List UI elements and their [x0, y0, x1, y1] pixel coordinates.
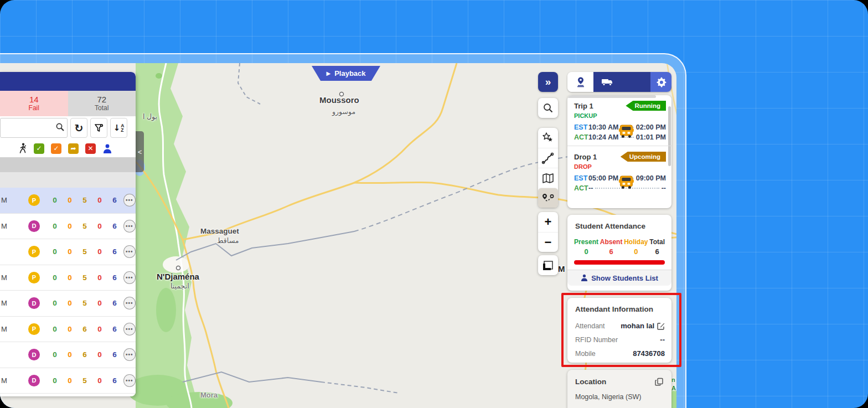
panel-collapse-handle[interactable]: <: [136, 131, 144, 172]
playback-label: Playback: [334, 69, 365, 78]
attendant-row-value: mohan lal: [621, 322, 654, 330]
est-start-time: 05:00 PM: [588, 174, 618, 182]
trip-type-badge: D: [28, 375, 39, 386]
map-extent-group: [538, 255, 558, 275]
show-students-list-button[interactable]: Show Students List: [567, 270, 671, 286]
app-screen: MoussoroموسوروMassaguetمساقطN'Djaménaانج…: [0, 0, 868, 408]
stat-total[interactable]: 72 Total: [68, 91, 136, 116]
map-type-button[interactable]: [538, 168, 558, 188]
location-title: Location: [575, 378, 606, 386]
row-time-fragment: M: [0, 376, 16, 385]
trip-route-button[interactable]: [538, 188, 558, 208]
row-more-button[interactable]: •••: [123, 348, 136, 361]
attendance-value: 0: [634, 247, 638, 256]
act-end-time: --: [662, 184, 666, 192]
gear-icon: [656, 77, 666, 87]
table-subheader-band: [0, 172, 136, 188]
map-extent-button[interactable]: [538, 255, 558, 275]
trip-status-ribbon: Upcoming: [621, 152, 666, 162]
row-more-button[interactable]: •••: [123, 194, 136, 206]
pending-filter-icon[interactable]: ✓: [51, 143, 61, 154]
filter-button[interactable]: [90, 118, 107, 138]
trip-rows: M P 00506 ••• M D 00506 ••• P 00506 ••• …: [0, 188, 136, 394]
row-more-button[interactable]: •••: [123, 374, 136, 387]
sidebar-collapse-button[interactable]: »: [538, 72, 558, 92]
act-end-time: 01:01 PM: [636, 133, 666, 141]
table-row[interactable]: M P 00606 •••: [0, 317, 136, 343]
row-more-button[interactable]: •••: [123, 245, 136, 258]
attendant-row: RFID Number --: [575, 333, 665, 347]
bus-icon: [618, 175, 634, 192]
trip-type-badge: D: [28, 297, 39, 309]
zoom-controls: + −: [538, 212, 558, 252]
sort-az-icon: ↓ AZ: [113, 123, 125, 133]
attendant-row-label: RFID Number: [575, 336, 618, 344]
map-label: N'Djaména: [157, 272, 199, 281]
table-row[interactable]: M D 00506 •••: [0, 368, 136, 394]
playback-button[interactable]: ▶ Playback: [312, 66, 380, 81]
refresh-button[interactable]: ↻: [70, 118, 87, 138]
zoom-out-button[interactable]: −: [538, 232, 558, 252]
est-label: EST: [574, 123, 588, 131]
trip-type-label: PICKUP: [574, 112, 666, 119]
stat-fail[interactable]: 14 Fail: [0, 91, 68, 116]
total-count: 72: [97, 95, 106, 104]
location-address: Mogola, Nigeria (SW): [567, 386, 671, 401]
map-label: مساقط: [217, 236, 239, 245]
location-pin-icon: [576, 76, 586, 87]
attendance-label: Total: [649, 238, 665, 246]
tab-vehicle[interactable]: [593, 72, 650, 92]
table-row[interactable]: M P 00506 •••: [0, 188, 136, 214]
total-label: Total: [95, 104, 108, 112]
present-filter-icon[interactable]: ✓: [34, 143, 44, 154]
forward-filter-icon[interactable]: ➦: [68, 143, 79, 154]
row-time-fragment: M: [0, 222, 16, 230]
poi-star-button[interactable]: [538, 128, 558, 148]
est-end-time: 09:00 PM: [636, 174, 666, 182]
walking-student-icon[interactable]: [19, 143, 27, 154]
row-values: 00606: [48, 325, 122, 333]
trip-type-badge: P: [28, 323, 39, 335]
student-filter-icon[interactable]: [102, 143, 112, 154]
row-more-button[interactable]: •••: [123, 220, 136, 233]
map-label: A: [671, 385, 676, 391]
list-toolbar: ↻ ↓ AZ: [0, 116, 136, 140]
table-row[interactable]: P 00506 •••: [0, 239, 136, 265]
map-search-icon: [542, 102, 554, 113]
map-label: Massaguet: [200, 227, 239, 235]
attendant-row-label: Mobile: [575, 350, 596, 358]
map-extent-icon: [542, 259, 554, 271]
tab-stops[interactable]: [567, 72, 593, 92]
pin-route-icon: [541, 192, 555, 205]
act-label: ACT: [574, 184, 588, 192]
table-row[interactable]: D 00606 •••: [0, 342, 136, 368]
trips-panel: Trip 1 Running PICKUP EST 10:30 AM 02:00…: [567, 95, 671, 208]
stats-row: 14 Fail 72 Total: [0, 91, 136, 116]
attendant-information-card: Attendant Information Attendant mohan la…: [567, 298, 671, 363]
table-row[interactable]: M D 00506 •••: [0, 291, 136, 317]
row-values: 00506: [48, 376, 122, 385]
trip-card: Drop 1 Upcoming DROP EST 05:00 PM 09:00 …: [567, 146, 671, 197]
attendance-bar: [574, 260, 665, 265]
trip-type-badge: P: [28, 246, 39, 257]
zoom-in-button[interactable]: +: [538, 212, 558, 232]
attendant-row: Mobile 87436708: [575, 347, 665, 360]
trip-type-label: DROP: [574, 163, 666, 170]
table-row[interactable]: M D 00506 •••: [0, 214, 136, 240]
row-more-button[interactable]: •••: [123, 271, 136, 284]
row-values: 00606: [48, 350, 122, 359]
attendance-column: Present 0: [574, 238, 598, 256]
row-more-button[interactable]: •••: [123, 323, 136, 335]
row-time-fragment: M: [0, 299, 16, 307]
row-more-button[interactable]: •••: [123, 297, 136, 309]
est-start-time: 10:30 AM: [588, 123, 618, 131]
map-search-button[interactable]: [538, 98, 558, 118]
copy-icon[interactable]: [655, 378, 664, 386]
row-values: 00506: [48, 196, 122, 204]
fail-filter-icon[interactable]: ✕: [85, 143, 96, 154]
route-history-button[interactable]: [538, 148, 558, 168]
tab-settings[interactable]: [650, 72, 671, 92]
edit-icon[interactable]: [657, 322, 665, 330]
table-row[interactable]: M P 00506 •••: [0, 265, 136, 291]
sort-button[interactable]: ↓ AZ: [110, 118, 127, 138]
